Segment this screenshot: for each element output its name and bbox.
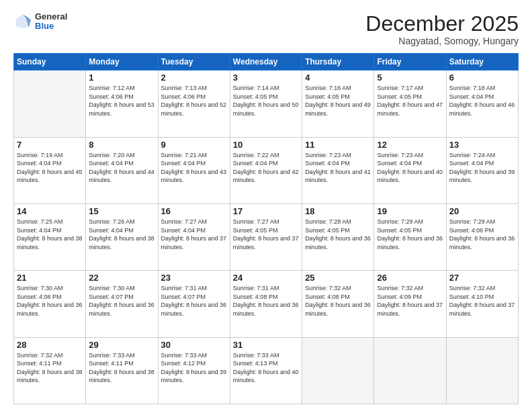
day-info: Sunrise: 7:29 AMSunset: 4:06 PMDaylight:… xyxy=(449,218,515,251)
calendar-day-cell: 2Sunrise: 7:13 AMSunset: 4:06 PMDaylight… xyxy=(158,71,230,137)
calendar-day-cell: 25Sunrise: 7:32 AMSunset: 4:08 PMDayligh… xyxy=(302,271,374,337)
page-title: December 2025 xyxy=(365,12,519,36)
day-number: 3 xyxy=(233,73,299,83)
calendar-day-cell: 10Sunrise: 7:22 AMSunset: 4:04 PMDayligh… xyxy=(230,137,302,203)
day-info: Sunrise: 7:33 AMSunset: 4:13 PMDaylight:… xyxy=(233,351,299,385)
calendar-day-cell: 6Sunrise: 7:18 AMSunset: 4:04 PMDaylight… xyxy=(446,71,518,137)
calendar-header-cell: Friday xyxy=(374,54,446,71)
day-info: Sunrise: 7:13 AMSunset: 4:06 PMDaylight:… xyxy=(161,84,227,118)
day-info: Sunrise: 7:20 AMSunset: 4:04 PMDaylight:… xyxy=(89,151,154,185)
day-number: 5 xyxy=(377,73,443,83)
calendar-day-cell: 8Sunrise: 7:20 AMSunset: 4:04 PMDaylight… xyxy=(86,137,158,203)
day-number: 12 xyxy=(377,140,443,150)
calendar-day-cell: 30Sunrise: 7:33 AMSunset: 4:12 PMDayligh… xyxy=(158,337,230,404)
day-number: 24 xyxy=(233,273,299,283)
calendar-day-cell: 5Sunrise: 7:17 AMSunset: 4:05 PMDaylight… xyxy=(374,71,446,137)
day-number: 1 xyxy=(89,73,154,83)
day-number: 21 xyxy=(17,273,83,283)
calendar-header-cell: Wednesday xyxy=(230,54,302,71)
calendar-day-cell: 24Sunrise: 7:31 AMSunset: 4:08 PMDayligh… xyxy=(230,271,302,337)
calendar-header-cell: Tuesday xyxy=(158,54,230,71)
title-block: December 2025 Nagyatad, Somogy, Hungary xyxy=(365,12,519,46)
day-number: 18 xyxy=(305,206,371,216)
day-info: Sunrise: 7:29 AMSunset: 4:05 PMDaylight:… xyxy=(377,218,443,251)
calendar-body: 1Sunrise: 7:12 AMSunset: 4:06 PMDaylight… xyxy=(14,71,519,404)
day-number: 8 xyxy=(89,140,154,150)
calendar-day-cell: 15Sunrise: 7:26 AMSunset: 4:04 PMDayligh… xyxy=(86,203,158,270)
day-info: Sunrise: 7:32 AMSunset: 4:08 PMDaylight:… xyxy=(305,284,371,318)
calendar-day-cell: 1Sunrise: 7:12 AMSunset: 4:06 PMDaylight… xyxy=(86,71,158,137)
calendar-week-row: 14Sunrise: 7:25 AMSunset: 4:04 PMDayligh… xyxy=(14,203,519,270)
calendar-day-cell: 9Sunrise: 7:21 AMSunset: 4:04 PMDaylight… xyxy=(158,137,230,203)
calendar-week-row: 7Sunrise: 7:19 AMSunset: 4:04 PMDaylight… xyxy=(14,137,519,203)
calendar-day-cell: 4Sunrise: 7:16 AMSunset: 4:05 PMDaylight… xyxy=(302,71,374,137)
calendar-day-cell: 16Sunrise: 7:27 AMSunset: 4:04 PMDayligh… xyxy=(158,203,230,270)
calendar-day-cell: 19Sunrise: 7:29 AMSunset: 4:05 PMDayligh… xyxy=(374,203,446,270)
day-number: 11 xyxy=(305,140,371,150)
day-info: Sunrise: 7:26 AMSunset: 4:04 PMDaylight:… xyxy=(89,218,154,251)
calendar-day-cell: 14Sunrise: 7:25 AMSunset: 4:04 PMDayligh… xyxy=(14,203,86,270)
logo: General Blue xyxy=(13,12,67,32)
calendar-week-row: 21Sunrise: 7:30 AMSunset: 4:06 PMDayligh… xyxy=(14,271,519,337)
calendar-day-cell: 13Sunrise: 7:24 AMSunset: 4:04 PMDayligh… xyxy=(446,137,518,203)
day-number: 10 xyxy=(233,140,299,150)
calendar-day-cell: 11Sunrise: 7:23 AMSunset: 4:04 PMDayligh… xyxy=(302,137,374,203)
day-info: Sunrise: 7:18 AMSunset: 4:04 PMDaylight:… xyxy=(449,84,515,118)
calendar-day-cell: 7Sunrise: 7:19 AMSunset: 4:04 PMDaylight… xyxy=(14,137,86,203)
calendar-header-cell: Sunday xyxy=(14,54,86,71)
day-number: 28 xyxy=(17,340,83,350)
page: General Blue December 2025 Nagyatad, Som… xyxy=(0,0,532,411)
day-info: Sunrise: 7:32 AMSunset: 4:10 PMDaylight:… xyxy=(449,284,515,318)
calendar-week-row: 1Sunrise: 7:12 AMSunset: 4:06 PMDaylight… xyxy=(14,71,519,137)
day-number: 30 xyxy=(161,340,227,350)
page-subtitle: Nagyatad, Somogy, Hungary xyxy=(365,36,519,46)
day-info: Sunrise: 7:28 AMSunset: 4:05 PMDaylight:… xyxy=(305,218,371,251)
day-number: 13 xyxy=(449,140,515,150)
day-info: Sunrise: 7:30 AMSunset: 4:06 PMDaylight:… xyxy=(17,284,83,318)
day-info: Sunrise: 7:19 AMSunset: 4:04 PMDaylight:… xyxy=(17,151,83,185)
day-info: Sunrise: 7:21 AMSunset: 4:04 PMDaylight:… xyxy=(161,151,227,185)
day-number: 9 xyxy=(161,140,227,150)
day-number: 25 xyxy=(305,273,371,283)
calendar-day-cell: 18Sunrise: 7:28 AMSunset: 4:05 PMDayligh… xyxy=(302,203,374,270)
day-number: 6 xyxy=(449,73,515,83)
calendar-day-cell: 28Sunrise: 7:32 AMSunset: 4:11 PMDayligh… xyxy=(14,337,86,404)
day-info: Sunrise: 7:27 AMSunset: 4:04 PMDaylight:… xyxy=(161,218,227,251)
logo-blue-text: Blue xyxy=(35,21,67,31)
calendar-day-cell: 20Sunrise: 7:29 AMSunset: 4:06 PMDayligh… xyxy=(446,203,518,270)
day-info: Sunrise: 7:31 AMSunset: 4:07 PMDaylight:… xyxy=(161,284,227,318)
day-number: 15 xyxy=(89,206,154,216)
day-info: Sunrise: 7:32 AMSunset: 4:09 PMDaylight:… xyxy=(377,284,443,318)
calendar-header: SundayMondayTuesdayWednesdayThursdayFrid… xyxy=(14,54,519,71)
day-number: 16 xyxy=(161,206,227,216)
day-number: 31 xyxy=(233,340,299,350)
day-info: Sunrise: 7:22 AMSunset: 4:04 PMDaylight:… xyxy=(233,151,299,185)
day-info: Sunrise: 7:23 AMSunset: 4:04 PMDaylight:… xyxy=(305,151,371,185)
day-number: 20 xyxy=(449,206,515,216)
day-number: 19 xyxy=(377,206,443,216)
day-number: 22 xyxy=(89,273,154,283)
header: General Blue December 2025 Nagyatad, Som… xyxy=(13,12,519,46)
calendar-day-cell xyxy=(374,337,446,404)
day-number: 7 xyxy=(17,140,83,150)
day-number: 17 xyxy=(233,206,299,216)
calendar-day-cell: 3Sunrise: 7:14 AMSunset: 4:05 PMDaylight… xyxy=(230,71,302,137)
logo-icon xyxy=(13,12,32,31)
calendar-header-cell: Monday xyxy=(86,54,158,71)
day-info: Sunrise: 7:31 AMSunset: 4:08 PMDaylight:… xyxy=(233,284,299,318)
calendar-day-cell: 17Sunrise: 7:27 AMSunset: 4:05 PMDayligh… xyxy=(230,203,302,270)
calendar-week-row: 28Sunrise: 7:32 AMSunset: 4:11 PMDayligh… xyxy=(14,337,519,404)
calendar-header-cell: Saturday xyxy=(446,54,518,71)
calendar-day-cell xyxy=(14,71,86,137)
calendar-day-cell: 23Sunrise: 7:31 AMSunset: 4:07 PMDayligh… xyxy=(158,271,230,337)
day-info: Sunrise: 7:12 AMSunset: 4:06 PMDaylight:… xyxy=(89,84,154,118)
day-info: Sunrise: 7:32 AMSunset: 4:11 PMDaylight:… xyxy=(17,351,83,385)
logo-general-text: General xyxy=(35,12,67,21)
day-info: Sunrise: 7:33 AMSunset: 4:12 PMDaylight:… xyxy=(161,351,227,385)
calendar-day-cell: 29Sunrise: 7:33 AMSunset: 4:11 PMDayligh… xyxy=(86,337,158,404)
day-number: 4 xyxy=(305,73,371,83)
calendar-day-cell: 31Sunrise: 7:33 AMSunset: 4:13 PMDayligh… xyxy=(230,337,302,404)
calendar-day-cell: 22Sunrise: 7:30 AMSunset: 4:07 PMDayligh… xyxy=(86,271,158,337)
calendar-day-cell xyxy=(302,337,374,404)
calendar-header-row: SundayMondayTuesdayWednesdayThursdayFrid… xyxy=(14,54,519,71)
